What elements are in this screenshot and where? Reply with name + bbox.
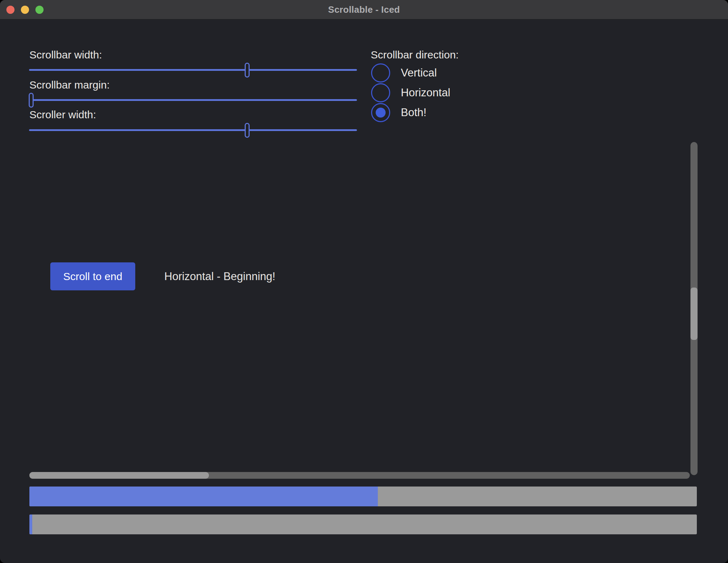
- vertical-progress-fill: [29, 514, 32, 534]
- scrollbar-margin-slider-handle[interactable]: [29, 93, 34, 108]
- radio-option-vertical[interactable]: Vertical: [371, 63, 450, 83]
- horizontal-progress-fill: [29, 487, 378, 506]
- radio-dot: [376, 108, 386, 118]
- horizontal-progress-bar: [29, 487, 697, 506]
- radio-label-both: Both!: [401, 106, 426, 119]
- radio-label-horizontal: Horizontal: [401, 86, 450, 99]
- scroller-width-label: Scroller width:: [29, 108, 96, 121]
- radio-icon-horizontal[interactable]: [371, 83, 390, 102]
- horizontal-scrollbar-track[interactable]: [29, 472, 690, 479]
- scrollbar-direction-heading: Scrollbar direction:: [371, 49, 459, 61]
- zoom-button[interactable]: [35, 6, 44, 14]
- scrollbar-width-slider-handle[interactable]: [245, 63, 250, 78]
- minimize-button[interactable]: [21, 6, 29, 14]
- vertical-scrollbar-track[interactable]: [690, 142, 698, 475]
- window-title: Scrollable - Iced: [328, 4, 400, 15]
- vertical-scrollbar-thumb[interactable]: [690, 288, 698, 340]
- radio-icon-vertical[interactable]: [371, 63, 390, 83]
- scrollbar-margin-label: Scrollbar margin:: [29, 79, 110, 91]
- horizontal-scrollbar-thumb[interactable]: [29, 472, 209, 479]
- scrollbar-direction-group: Vertical Horizontal Both!: [371, 63, 450, 122]
- vertical-progress-bar: [29, 514, 697, 534]
- titlebar: Scrollable - Iced: [0, 0, 728, 19]
- scroll-status-text: Horizontal - Beginning!: [164, 262, 275, 290]
- scroll-to-end-button[interactable]: Scroll to end: [50, 262, 135, 290]
- close-button[interactable]: [6, 6, 15, 14]
- scrollbar-width-slider[interactable]: [29, 69, 357, 71]
- radio-option-both[interactable]: Both!: [371, 103, 450, 122]
- radio-label-vertical: Vertical: [401, 67, 437, 79]
- scroller-width-slider[interactable]: [29, 129, 357, 131]
- radio-option-horizontal[interactable]: Horizontal: [371, 83, 450, 102]
- traffic-lights: [6, 0, 44, 19]
- scroller-width-slider-handle[interactable]: [245, 123, 250, 138]
- app-window: Scrollable - Iced Scrollbar width: Scrol…: [0, 0, 728, 563]
- scrollbar-margin-slider[interactable]: [29, 99, 357, 101]
- radio-icon-both[interactable]: [371, 103, 390, 122]
- scrollbar-width-label: Scrollbar width:: [29, 49, 102, 61]
